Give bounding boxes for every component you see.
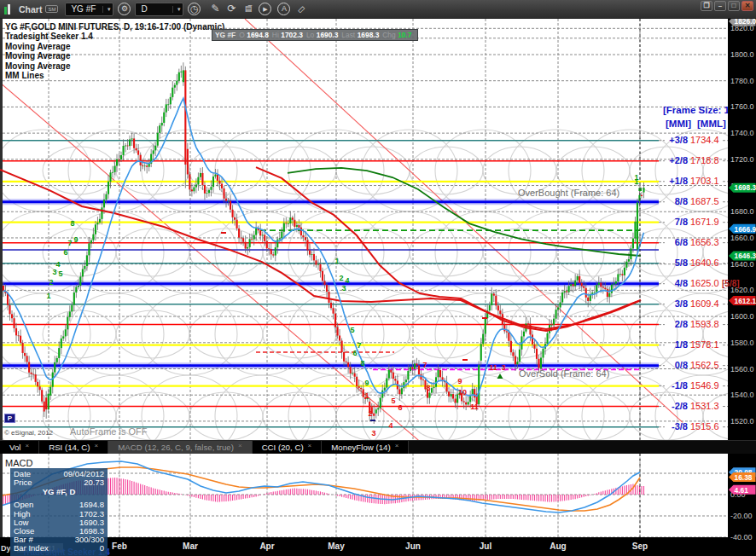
tab-close-icon[interactable]: × — [395, 442, 399, 449]
candles-down-item — [452, 394, 454, 398]
gear-icon[interactable]: ⚙ — [118, 3, 131, 15]
candles-down-item — [18, 335, 20, 336]
candles-up-item — [311, 254, 312, 255]
candles-up-item — [431, 388, 433, 393]
candles-down-item — [641, 195, 643, 196]
quote-field-label: Lo — [306, 31, 314, 39]
pivot-labels-green-item: 1 — [46, 292, 50, 300]
symbol-select-value: YG #F — [71, 4, 96, 14]
candles-up-item — [228, 201, 230, 202]
signal-value-badge-label: 16.38 — [735, 473, 753, 482]
refresh-icon[interactable]: ⟳ — [224, 2, 238, 17]
candles-down-item — [26, 356, 28, 362]
maximize-button[interactable]: □ — [728, 1, 740, 11]
candles-down-item — [604, 288, 606, 290]
candles-down-item — [332, 308, 334, 313]
candles-down-item — [536, 349, 538, 359]
candles-down-item — [136, 148, 137, 151]
candles-up-item — [386, 379, 387, 388]
candles-down-item — [515, 356, 516, 365]
candles-up-item — [388, 370, 390, 379]
macd-tick-label: -40.00 — [730, 533, 753, 542]
candles-down-item — [245, 242, 247, 249]
quote-field-value: 1698.3 — [358, 31, 380, 39]
play-icon[interactable]: ▶ — [259, 3, 271, 15]
symbol-select[interactable]: YG #F ▾ — [65, 3, 113, 16]
tab-close-icon[interactable]: × — [25, 442, 29, 449]
mml-price-label: 1593.8 — [690, 319, 719, 329]
candles-down-item — [242, 238, 244, 241]
candles-down-item — [44, 402, 45, 412]
candles-down-item — [510, 341, 512, 352]
mml-fraction-label: +1/8 — [669, 176, 688, 186]
close-button[interactable]: ✕ — [741, 1, 753, 11]
auto-icon[interactable]: A — [277, 3, 290, 15]
clock-icon[interactable]: ◷ — [188, 3, 201, 15]
pivot-labels-green-item: 5 — [350, 326, 354, 334]
candles-down-item — [448, 391, 450, 397]
candles-down-item — [251, 239, 253, 240]
oversold-label: OverSold (Frame: 64) — [519, 368, 609, 379]
candles-down-item — [328, 292, 329, 303]
macd-title: MACD — [5, 458, 32, 468]
tab-cci[interactable]: CCI (20, C)× — [253, 441, 323, 454]
tab-close-icon[interactable]: × — [308, 442, 312, 449]
mml-fraction-label: -1/8 — [672, 380, 688, 391]
candles-up-item — [433, 387, 434, 388]
price-tick-label: 1640.0 — [730, 260, 754, 269]
candles-up-item — [401, 388, 403, 394]
candles-up-item — [283, 223, 285, 232]
tab-macd[interactable]: MACD (12, 26, C, 9, false, true)× — [108, 441, 252, 454]
pivot-labels-green-item: 7 — [67, 239, 72, 247]
candles-down-item — [319, 264, 321, 271]
mml-label: [MML] — [697, 119, 726, 129]
candles-down-item — [189, 174, 190, 189]
interval-select[interactable]: D ▾ — [135, 3, 183, 16]
candles-down-item — [264, 235, 265, 241]
eraser-icon[interactable]: ▭ — [291, 0, 311, 20]
candles-up-item — [380, 398, 381, 408]
minimize-button[interactable]: – — [714, 1, 726, 11]
pencil-icon[interactable]: ✎ — [208, 2, 222, 17]
candles-up-item — [210, 187, 212, 190]
candles-up-item — [48, 394, 49, 409]
candles-down-item — [363, 389, 364, 397]
candles-down-item — [39, 386, 41, 390]
pivot-labels-green-item: 8 — [70, 219, 74, 228]
candles-up-item — [523, 332, 525, 337]
price-tick-label: 1600.0 — [730, 312, 754, 321]
tab-label: MACD (12, 26, C, 9, false, true) — [118, 443, 234, 452]
price-tick-label: 1800.0 — [730, 50, 754, 59]
candles-up-item — [103, 200, 105, 207]
candles-down-item — [37, 382, 38, 386]
chart-canvas[interactable]: 12345678912345678911234567891011113OverB… — [0, 19, 756, 556]
candles-up-item — [71, 305, 73, 312]
candles-up-item — [275, 247, 276, 255]
pivot-labels-red-item: 4 — [388, 421, 393, 430]
candles-up-item — [62, 336, 64, 338]
mml-fraction-label: 0/8 — [675, 360, 688, 370]
pivot-labels-green-item: 9 — [73, 235, 78, 244]
tab-close-icon[interactable]: × — [95, 442, 99, 449]
candles-up-item — [410, 367, 411, 371]
tab-moneyflow[interactable]: MoneyFlow (14)× — [322, 441, 409, 454]
candles-down-item — [393, 373, 394, 379]
tab-label: RSI (14, C) — [49, 443, 90, 452]
cursor-window-row: Price20.73 — [14, 478, 104, 487]
cursor-window-label: Bar Index — [14, 544, 49, 553]
tab-close-icon[interactable]: × — [238, 442, 242, 449]
tab-rsi[interactable]: RSI (14, C)× — [39, 441, 108, 454]
mml-fraction-label: 5/8 — [675, 258, 688, 268]
candles-down-item — [621, 274, 623, 275]
pivot-labels-green-item: 6 — [63, 248, 67, 257]
restore-button[interactable]: ❐ — [701, 1, 712, 11]
tab-vol[interactable]: Vol× — [0, 441, 39, 454]
pivot-labels-red-item: 11 — [470, 403, 479, 411]
candles-down-item — [184, 70, 186, 165]
quote-board-icon[interactable]: ▤̅ — [241, 2, 254, 17]
candles-down-item — [221, 184, 223, 188]
last-pivot-label: 1 — [634, 177, 638, 186]
price-tick-label: 1780.0 — [730, 77, 754, 85]
mml-price-label: 1625.0 — [690, 278, 719, 288]
candles-down-item — [350, 367, 352, 374]
